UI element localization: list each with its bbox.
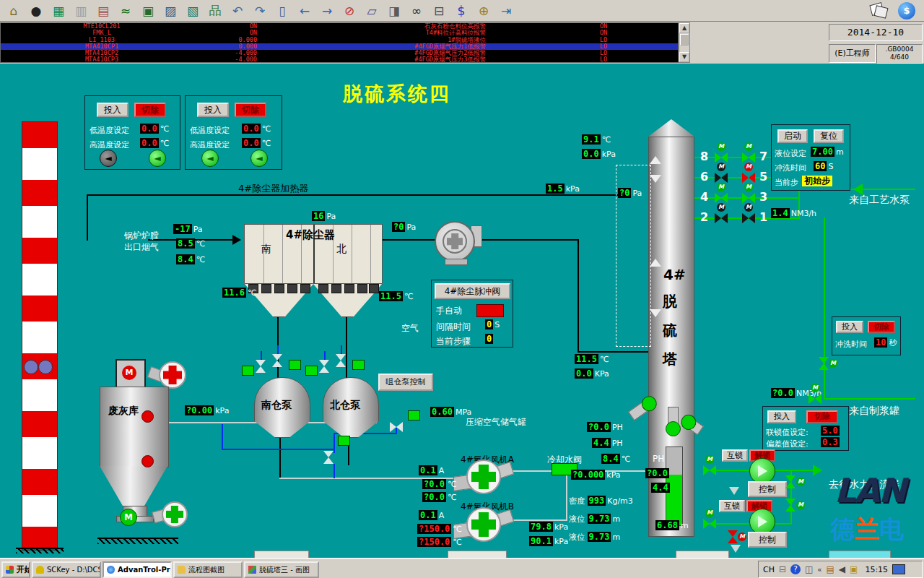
scroll-up-icon[interactable]: ▲ (679, 23, 689, 33)
pump1-control-button[interactable]: 控制 (748, 481, 787, 497)
low-temp-set-display[interactable]: 0.0℃ (140, 124, 169, 134)
silo-pump-valve-icon[interactable] (272, 354, 282, 367)
trend-icon[interactable]: ≈ (118, 4, 134, 18)
interlock-on-button[interactable]: 投入 (767, 410, 796, 423)
sitemap-icon[interactable]: 品 (207, 2, 223, 19)
ash-silo-top-fan-icon[interactable] (159, 361, 186, 389)
oxidation-fan-a-icon[interactable] (453, 460, 511, 499)
network-tray-icon[interactable] (892, 564, 905, 574)
heater1-valve-off-icon[interactable]: ◄ (100, 150, 117, 167)
deviation-value-display[interactable]: 0.3 (821, 437, 840, 447)
heater2-on-button[interactable]: 投入 (197, 103, 229, 117)
volume-tray-icon[interactable]: ◀ (839, 564, 845, 574)
flush-valve-7-icon[interactable] (742, 152, 755, 163)
high-temp-set-display[interactable]: 0.0℃ (140, 138, 169, 148)
alarm-list[interactable]: MTE10CL201ON石灰石粉仓料位高报警ON FMK_LONT4#料位计高料… (0, 22, 679, 63)
slurry-line-valve-icon[interactable] (808, 394, 821, 404)
air-line-valve-icon[interactable] (323, 451, 334, 464)
undo-icon[interactable]: ↶ (230, 4, 245, 18)
pump2-control-button[interactable]: 控制 (748, 532, 787, 548)
pump1-inlet-valve-icon[interactable] (703, 465, 716, 475)
flush-valve-6-icon[interactable] (715, 173, 728, 183)
interlock2-lock-button[interactable]: 互锁 (719, 500, 745, 512)
heater2-valve-icon[interactable]: ◄ (250, 150, 268, 167)
mute-alarm-icon[interactable]: ⊘ (341, 4, 357, 18)
money-icon[interactable]: $ (453, 4, 469, 18)
branch-valve-icon[interactable] (785, 475, 796, 488)
air-tank-valve-icon[interactable] (390, 422, 403, 432)
alarm-bomb-icon[interactable]: ● (28, 4, 44, 18)
flush-valve-8-icon[interactable] (715, 152, 728, 163)
logbook-icon[interactable]: ▯ (274, 4, 290, 18)
flush-valve-2-icon[interactable] (715, 213, 728, 223)
silo-pump-valve-icon[interactable] (336, 354, 346, 367)
taskbar-item-sckey[interactable]: SCKey - D:\DCSDATA\... (32, 561, 101, 578)
drain-valve-icon[interactable] (728, 530, 738, 543)
bar-display-icon[interactable]: ▥ (73, 4, 89, 18)
slurry-feed-valve-icon[interactable] (819, 357, 829, 370)
start-button[interactable]: 开始 (1, 561, 30, 578)
interlock1-lock-button[interactable]: 互锁 (722, 449, 748, 462)
pulse-valve-button[interactable]: 4#除尘脉冲阀 (435, 283, 510, 299)
flush-valve-1-icon[interactable] (742, 213, 755, 223)
interlock-off-button[interactable]: 切除 (806, 410, 838, 423)
taskbar-item-screenshot-folder[interactable]: 流程图截图 (173, 561, 243, 578)
system-blue-icon[interactable]: $ (898, 2, 915, 20)
edit-icon[interactable]: ▱ (364, 4, 380, 18)
notepad-tray-icon[interactable]: ▤ (826, 564, 834, 574)
home-icon[interactable]: ⌂ (6, 4, 22, 18)
floppy-stack-icon[interactable] (869, 1, 888, 19)
oxidation-fan-b-icon[interactable] (453, 507, 511, 546)
config-icon[interactable]: ◨ (386, 4, 402, 18)
collapse-tray-icon[interactable]: « (817, 566, 821, 574)
find-icon[interactable]: ∞ (409, 4, 424, 18)
heater1-off-button[interactable]: 切除 (134, 103, 166, 117)
booster-fan-icon[interactable] (433, 220, 484, 263)
scroll-down-icon[interactable]: ▼ (679, 52, 689, 62)
ash-silo-bottom-fan-icon[interactable] (162, 501, 188, 527)
heater2-valve-icon[interactable]: ◄ (201, 150, 219, 167)
pump2-inlet-valve-icon[interactable] (703, 519, 716, 529)
flush-on-button[interactable]: 投入 (836, 321, 863, 333)
display-settings-icon[interactable]: ◫ (805, 564, 813, 574)
taskbar-item-paint[interactable]: 脱硫塔三 - 画图 (244, 561, 319, 578)
flush-time-value-display[interactable]: 10秒 (874, 337, 897, 348)
interlock-value-display[interactable]: 5.0 (821, 426, 840, 436)
security-tray-icon[interactable]: ▣ (850, 564, 858, 574)
redo-icon[interactable]: ↷ (252, 4, 268, 18)
back-icon[interactable]: ← (297, 4, 313, 18)
overview-icon[interactable]: ▧ (185, 4, 201, 18)
print-icon[interactable]: ⊟ (431, 4, 447, 18)
alarm-row[interactable]: MTA410CP3-4.000#4FGD原烟气压力3低报警LO (1, 56, 678, 63)
language-indicator[interactable]: CH (763, 565, 775, 574)
silo-pump-valve-icon[interactable] (256, 360, 266, 373)
ash-silo-motor[interactable]: M (116, 359, 146, 389)
alarm-scrollbar[interactable]: ▲ ▼ (679, 22, 690, 63)
reset-button[interactable]: 复位 (814, 129, 844, 143)
flush-valve-4-icon[interactable] (715, 193, 728, 203)
heater1-valve-on-icon[interactable]: ◄ (149, 150, 166, 167)
low-temp-set-display[interactable]: 0.0℃ (242, 124, 271, 134)
manual-auto-indicator[interactable] (476, 304, 504, 317)
flush-time-display[interactable]: 60S (814, 161, 833, 171)
scroll-thumb[interactable] (680, 34, 689, 46)
heater1-on-button[interactable]: 投入 (97, 103, 128, 117)
help-tray-icon[interactable]: ? (790, 564, 801, 574)
exit-icon[interactable]: ⇥ (498, 4, 514, 18)
heater2-off-button[interactable]: 切除 (235, 103, 266, 117)
ash-silo-bottom-motor[interactable]: M (120, 509, 137, 526)
batch-icon[interactable]: ▣ (140, 4, 156, 18)
flush-valve-5-icon[interactable] (742, 173, 755, 183)
login-key-icon[interactable]: ⊕ (476, 4, 492, 18)
branch-valve-icon[interactable] (785, 499, 796, 512)
silo-pump-control-button[interactable]: 咀仓泵控制 (378, 374, 433, 391)
high-temp-set-display[interactable]: 0.0℃ (242, 138, 271, 148)
start-button[interactable]: 启动 (777, 129, 808, 143)
circulation-pump2-icon[interactable] (749, 509, 775, 535)
taskbar-item-advantrol[interactable]: AdvanTrol-Pro实... (103, 561, 172, 578)
silo-pump-valve-icon[interactable] (319, 360, 329, 373)
report-icon[interactable]: ▤ (95, 4, 111, 18)
level-set-display[interactable]: 7.00m (811, 147, 844, 157)
data-table-icon[interactable]: ▨ (162, 4, 178, 18)
group-display-icon[interactable]: ▦ (51, 4, 66, 18)
